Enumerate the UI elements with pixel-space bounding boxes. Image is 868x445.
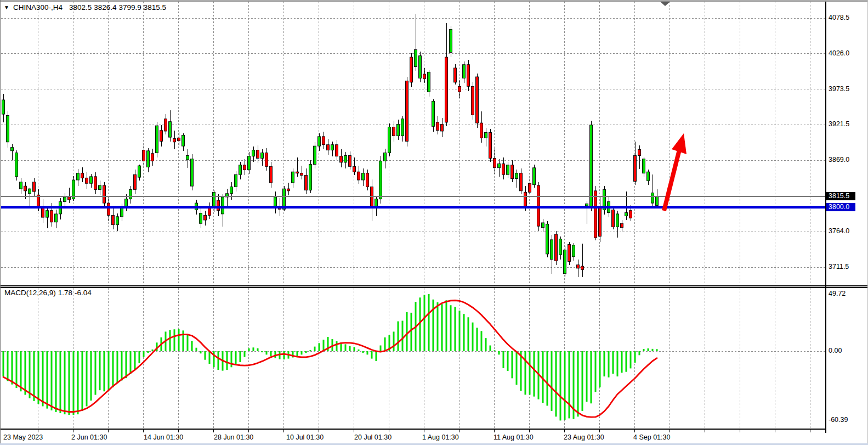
macd-histogram-bar — [47, 351, 48, 409]
macd-histogram-bar — [112, 351, 114, 387]
candle-bear — [151, 154, 154, 161]
macd-axis-label: 0.00 — [829, 347, 842, 355]
chart-canvas[interactable] — [0, 0, 868, 445]
macd-main-value: 1.78 — [58, 289, 72, 297]
candle-bull — [261, 153, 264, 159]
candle-bear — [296, 172, 299, 173]
macd-histogram-bar — [305, 351, 307, 353]
candle-bull — [7, 116, 9, 142]
candle-bull — [318, 137, 321, 146]
macd-histogram-bar — [481, 331, 483, 351]
candle-bull — [616, 214, 619, 227]
macd-histogram-bar — [297, 351, 298, 356]
macd-histogram-bar — [257, 348, 259, 351]
window-border-top-inner — [0, 1, 868, 2]
macd-histogram-bar — [476, 328, 478, 351]
candle-bull — [647, 172, 650, 181]
macd-indicator-label: MACD(12,26,9)1.78-6.04 — [4, 289, 94, 297]
macd-histogram-bar — [130, 351, 132, 374]
macd-histogram-bar — [200, 351, 202, 353]
macd-histogram-bar — [630, 351, 632, 368]
macd-histogram-bar — [183, 330, 184, 351]
macd-histogram-bar — [626, 351, 627, 372]
macd-histogram-bar — [503, 351, 504, 368]
candle-bear — [612, 210, 615, 227]
price-axis-label: 4026.0 — [829, 49, 849, 58]
candle-bear — [524, 192, 527, 207]
candle-bear — [24, 186, 27, 191]
candle-bull — [507, 165, 509, 174]
macd-histogram-bar — [12, 351, 13, 385]
macd-histogram-bar — [231, 351, 232, 367]
macd-histogram-bar — [117, 351, 118, 384]
macd-histogram-bar — [393, 331, 395, 351]
price-axis-label: 3711.5 — [829, 263, 849, 271]
candle-bull — [533, 168, 536, 185]
candle-bear — [555, 234, 558, 261]
macd-histogram-bar — [542, 351, 544, 403]
time-axis-label: 20 Jul 01:30 — [354, 433, 392, 442]
macd-histogram-bar — [652, 349, 654, 351]
candle-bear — [204, 215, 207, 220]
macd-histogram-bar — [577, 351, 579, 416]
price-axis-label: 3921.5 — [829, 120, 849, 128]
macd-histogram-bar — [639, 351, 640, 355]
candle-bull — [586, 204, 588, 206]
macd-histogram-bar — [82, 351, 83, 411]
macd-histogram-bar — [73, 351, 75, 415]
macd-histogram-bar — [398, 322, 399, 351]
candle-bear — [178, 138, 180, 140]
time-axis-label: 4 Sep 01:30 — [633, 433, 670, 442]
macd-histogram-bar — [358, 350, 360, 351]
time-axis-label: 23 May 2023 — [3, 433, 43, 442]
candle-bear — [134, 174, 137, 189]
candle-bear — [472, 86, 474, 115]
macd-histogram-bar — [270, 351, 272, 356]
candle-bull — [191, 159, 194, 186]
candle-bear — [467, 65, 470, 87]
candle-bull — [314, 146, 316, 164]
time-axis-label: 11 Aug 01:30 — [493, 433, 534, 442]
macd-histogram-bar — [169, 330, 171, 351]
candle-bull — [200, 213, 202, 224]
macd-histogram-bar — [634, 351, 636, 363]
macd-histogram-bar — [310, 350, 311, 351]
candle-bear — [112, 215, 115, 224]
macd-histogram-bar — [468, 317, 469, 351]
candle-bear — [217, 200, 220, 211]
candle-bull — [450, 29, 452, 52]
macd-histogram-bar — [349, 346, 351, 351]
macd-histogram-bar — [455, 307, 456, 351]
candle-bear — [358, 172, 360, 180]
candle-bull — [156, 126, 158, 153]
price-axis-label: 3973.5 — [829, 85, 849, 93]
macd-histogram-bar — [99, 351, 101, 390]
quote-open: 3802.5 — [69, 3, 92, 12]
macd-histogram-bar — [441, 304, 443, 351]
candle-bear — [568, 245, 571, 262]
macd-histogram-bar — [450, 305, 452, 351]
candle-bear — [393, 127, 395, 136]
macd-histogram-bar — [187, 335, 189, 351]
candle-bull — [230, 187, 233, 193]
macd-histogram-bar — [384, 337, 386, 351]
candle-bear — [520, 173, 523, 191]
candle-bear — [454, 68, 457, 82]
candle-bull — [362, 173, 365, 180]
candle-bull — [564, 250, 566, 273]
symbol-quote-row: ▼CHINA300-,H43802.53826.43799.93815.5 — [4, 3, 168, 12]
hline-price-badge: 3800.0 — [826, 203, 855, 211]
candle-bear — [94, 177, 97, 190]
symbol-dropdown-icon[interactable]: ▼ — [4, 4, 9, 10]
candle-bear — [529, 183, 531, 192]
candle-bull — [121, 207, 123, 217]
candle-bull — [252, 150, 255, 156]
macd-histogram-bar — [38, 351, 39, 404]
candle-bull — [55, 214, 58, 222]
candle-bull — [129, 189, 132, 199]
macd-signal-value: -6.04 — [75, 289, 92, 297]
macd-histogram-bar — [134, 351, 136, 370]
macd-histogram-bar — [376, 351, 377, 361]
candle-bear — [423, 74, 426, 79]
macd-histogram-bar — [178, 329, 180, 351]
